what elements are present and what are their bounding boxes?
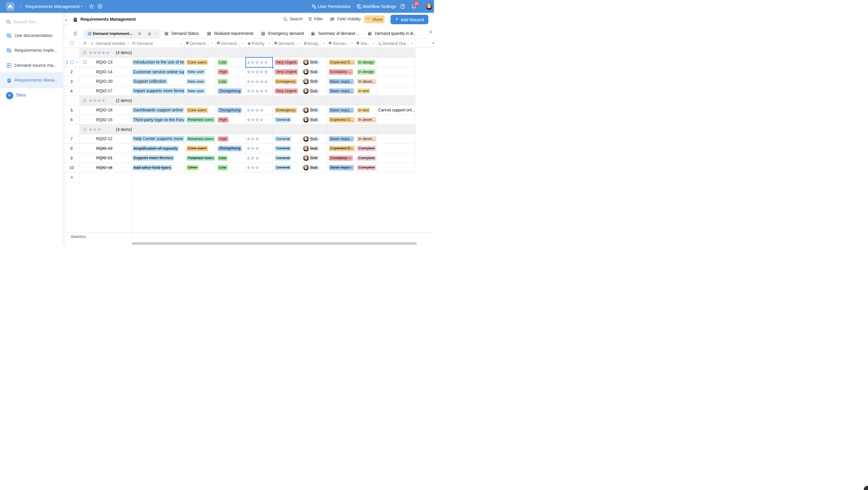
svg-text:1: 1 <box>93 41 94 43</box>
svg-text:2: 2 <box>93 43 94 45</box>
svg-text:A: A <box>378 41 380 44</box>
